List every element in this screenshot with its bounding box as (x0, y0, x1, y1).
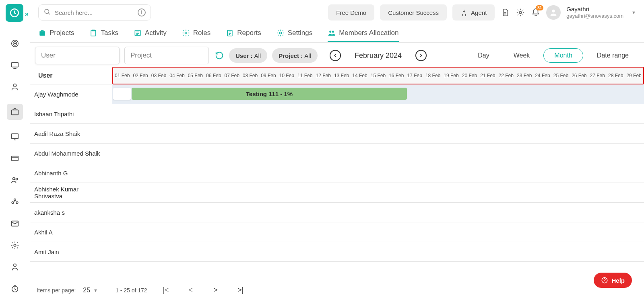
help-button[interactable]: Help (594, 273, 632, 288)
settings-gear-icon[interactable] (516, 8, 525, 17)
user-row[interactable]: Ajay Waghmode (30, 84, 112, 104)
pagination-footer: Items per page: 25▼ 1 - 25 of 172 |< < >… (30, 276, 644, 304)
avatar[interactable] (546, 5, 561, 20)
notification-badge: 31 (536, 5, 543, 10)
user-column-header: User (30, 67, 112, 84)
user-row[interactable]: Ishaan Tripathi (30, 104, 112, 124)
rail-team-icon[interactable] (10, 197, 20, 207)
date-header-cell: 04 Feb (168, 68, 186, 84)
date-header-cell: 11 Feb (296, 68, 314, 84)
allocation-bar[interactable]: Testing 111 - 1% (132, 88, 407, 100)
rail-target-icon[interactable] (10, 39, 20, 48)
svg-point-5 (13, 84, 16, 87)
svg-point-15 (14, 244, 16, 246)
info-icon[interactable]: i (138, 8, 146, 16)
tab-projects[interactable]: Projects (38, 25, 74, 42)
user-filter-chip[interactable]: User :All (229, 48, 267, 63)
allocation-row (112, 203, 644, 222)
rail-desktop-icon[interactable] (10, 132, 20, 142)
rail-people-icon[interactable] (10, 175, 20, 185)
date-header-cell: 22 Feb (497, 68, 515, 84)
date-header-cell: 18 Feb (424, 68, 442, 84)
user-row[interactable]: akanksha s (30, 203, 112, 222)
agent-button[interactable]: Agent (452, 4, 495, 21)
date-header-cell: 13 Feb (332, 68, 351, 84)
date-header-cell: 24 Feb (533, 68, 551, 84)
rail-mail-icon[interactable] (10, 219, 20, 228)
rail-gear-icon[interactable] (10, 240, 20, 250)
tab-activity[interactable]: Activity (134, 25, 167, 42)
user-row[interactable]: Amit Jain (30, 242, 112, 262)
view-week-button[interactable]: Week (503, 48, 541, 63)
rail-monitor-icon[interactable] (10, 60, 20, 70)
prev-page-button[interactable]: < (184, 284, 197, 297)
user-row[interactable]: Abdul Mohammed Shaik (30, 144, 112, 163)
date-header-cell: 23 Feb (515, 68, 533, 84)
rail-clock-icon[interactable] (10, 284, 20, 294)
allocation-row (112, 163, 644, 183)
view-month-button[interactable]: Month (543, 48, 583, 63)
date-header-cell: 08 Feb (241, 68, 259, 84)
tab-reports[interactable]: Reports (226, 25, 261, 42)
allocation-row (112, 183, 644, 203)
user-row[interactable]: Abhinanth G (30, 163, 112, 183)
user-row[interactable]: Akhil A (30, 222, 112, 242)
date-header-cell: 27 Feb (588, 68, 607, 84)
last-page-button[interactable]: >| (234, 284, 247, 297)
tab-members-allocation[interactable]: Members Allocation (328, 25, 398, 42)
user-row[interactable]: Aadil Raza Shaik (30, 124, 112, 144)
view-day-button[interactable]: Day (467, 48, 500, 63)
rail-card-icon[interactable] (10, 154, 20, 163)
top-bar: i Free Demo Customer Success Agent 31 Ga… (30, 0, 644, 25)
svg-point-2 (13, 41, 17, 45)
left-sidebar: » (0, 0, 30, 304)
app-logo[interactable] (6, 4, 23, 22)
date-header-cell: 01 Feb (113, 68, 131, 84)
rail-user2-icon[interactable] (10, 262, 20, 272)
svg-rect-8 (12, 156, 19, 161)
search-icon (43, 8, 51, 17)
tabs-bar: Projects Tasks Activity Roles Reports Se… (30, 25, 644, 43)
project-filter-chip[interactable]: Project :All (272, 48, 318, 63)
date-header-cell: 17 Feb (406, 68, 424, 84)
next-period-button[interactable] (415, 50, 427, 61)
user-menu-caret-icon[interactable]: ▼ (632, 10, 636, 15)
customer-success-button[interactable]: Customer Success (380, 4, 447, 21)
date-header-cell: 14 Feb (351, 68, 369, 84)
svg-point-27 (329, 31, 331, 33)
tab-tasks[interactable]: Tasks (89, 25, 118, 42)
sidebar-expand-icon[interactable]: » (25, 10, 29, 18)
items-per-page-select[interactable]: 25▼ (83, 287, 98, 294)
notifications-icon[interactable]: 31 (531, 8, 541, 17)
next-page-button[interactable]: > (209, 284, 222, 297)
document-icon[interactable] (500, 8, 510, 17)
rail-briefcase-icon[interactable] (7, 104, 23, 120)
view-daterange-button[interactable]: Date range (586, 48, 639, 63)
tab-settings[interactable]: Settings (277, 25, 312, 42)
project-filter-input[interactable] (124, 47, 209, 64)
svg-point-18 (45, 9, 49, 14)
date-header-cell: 09 Feb (259, 68, 277, 84)
reset-filters-icon[interactable] (215, 51, 224, 60)
allocation-bar-empty[interactable] (113, 88, 131, 100)
svg-rect-21 (39, 31, 45, 36)
rail-person-icon[interactable] (10, 82, 20, 92)
allocation-row (112, 242, 644, 262)
date-header-cell: 02 Feb (131, 68, 149, 84)
date-header-cell: 05 Feb (186, 68, 204, 84)
tab-roles[interactable]: Roles (182, 25, 211, 42)
prev-period-button[interactable] (330, 50, 341, 61)
user-row[interactable]: Abhishek Kumar Shrivastva (30, 183, 112, 203)
first-page-button[interactable]: |< (159, 284, 172, 297)
user-block[interactable]: Gayathri gayathri@snovasys.com (566, 6, 623, 19)
user-name: Gayathri (566, 6, 623, 13)
svg-point-10 (16, 178, 18, 180)
date-pane: 01 Feb02 Feb03 Feb04 Feb05 Feb06 Feb07 F… (112, 67, 644, 276)
free-demo-button[interactable]: Free Demo (328, 4, 374, 21)
allocation-row (112, 104, 644, 124)
items-per-page-label: Items per page: (37, 287, 76, 294)
user-filter-input[interactable] (35, 47, 120, 64)
search-input[interactable] (55, 9, 134, 16)
allocation-row (112, 124, 644, 144)
date-header-cell: 15 Feb (369, 68, 387, 84)
